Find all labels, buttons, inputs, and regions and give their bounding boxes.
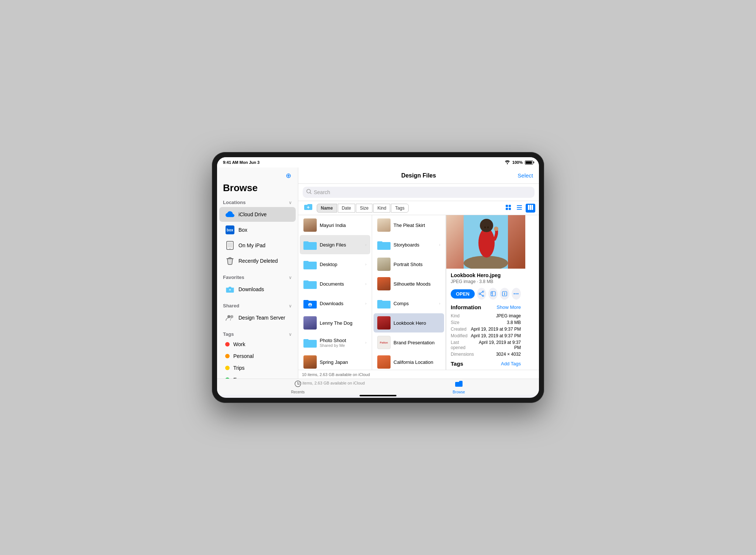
column-view-button[interactable] <box>526 204 535 213</box>
list-item[interactable]: Portrait Shots <box>374 255 444 274</box>
svg-point-40 <box>484 227 486 228</box>
svg-rect-23 <box>303 280 309 283</box>
svg-rect-12 <box>517 205 522 206</box>
more-button[interactable]: ⊕ <box>283 170 293 181</box>
file-name: Lookbook Hero <box>394 320 440 326</box>
browse-icon <box>455 380 463 389</box>
list-item[interactable]: Desktop › <box>300 255 370 274</box>
file-name: Downloads <box>320 301 362 306</box>
grid-view-button[interactable] <box>504 204 513 213</box>
file-subtitle: Shared by Me <box>320 343 362 348</box>
sidebar-item-box[interactable]: box Box <box>219 223 296 237</box>
info-title: Information <box>451 304 481 310</box>
add-tags-button[interactable]: Add Tags <box>501 361 521 366</box>
sidebar-item-design-team[interactable]: Design Team Server <box>219 310 296 325</box>
list-item[interactable]: Spring Japan <box>300 352 370 370</box>
info-button[interactable] <box>500 288 509 300</box>
toolbar: Name Date Size Kind Tags <box>298 201 539 215</box>
tags-title: Tags <box>451 361 463 367</box>
info-row-opened: Last opened April 19, 2019 at 9:37 PM <box>451 340 521 350</box>
battery-icon <box>525 161 533 165</box>
svg-point-3 <box>230 248 230 249</box>
info-value: April 19, 2019 at 9:37 PM <box>471 333 521 338</box>
home-indicator <box>360 395 396 396</box>
file-thumbnail <box>377 218 391 232</box>
info-value: 3.8 MB <box>507 320 521 325</box>
file-name: Photo Shoot <box>320 338 362 343</box>
file-thumbnail: Patton <box>377 336 391 349</box>
svg-rect-46 <box>491 292 495 296</box>
trips-label: Trips <box>233 365 245 371</box>
svg-rect-19 <box>303 241 309 244</box>
sidebar-item-deleted[interactable]: Recently Deleted <box>219 254 296 268</box>
sidebar-item-trips[interactable]: Trips <box>219 362 296 373</box>
list-item[interactable]: Lookbook Hero <box>374 313 444 332</box>
list-item[interactable]: Design Files › <box>300 235 370 254</box>
box-label: Box <box>238 227 247 233</box>
select-button[interactable]: Select <box>518 172 533 179</box>
list-item[interactable]: Silhouette Moods <box>374 274 444 293</box>
sidebar-item-expenses[interactable]: Expenses <box>219 374 296 379</box>
sort-name[interactable]: Name <box>317 204 337 213</box>
search-bar <box>298 184 539 201</box>
svg-point-44 <box>479 293 480 294</box>
show-more-button[interactable]: Show More <box>496 304 521 310</box>
file-name: Design Files <box>320 242 362 248</box>
list-item[interactable]: Lenny The Dog <box>300 313 370 332</box>
window-button[interactable] <box>488 288 498 300</box>
list-item[interactable]: Mayuri India <box>300 216 370 235</box>
info-row-created: Created April 19, 2019 at 9:37 PM <box>451 327 521 332</box>
list-item[interactable]: Comps › <box>374 294 444 313</box>
list-item[interactable]: Downloads › <box>300 294 370 313</box>
sort-date[interactable]: Date <box>338 204 355 213</box>
sidebar-item-personal[interactable]: Personal <box>219 351 296 362</box>
ipad-label: On My iPad <box>238 242 265 248</box>
open-button[interactable]: OPEN <box>451 289 475 299</box>
main-title: Design Files <box>401 172 436 179</box>
list-item[interactable]: Patton Brand Presentation <box>374 333 444 352</box>
info-value: 3024 × 4032 <box>496 352 521 357</box>
locations-label: Locations <box>223 200 245 205</box>
sidebar-item-downloads[interactable]: Downloads <box>219 282 296 297</box>
sidebar-item-icloud[interactable]: iCloud Drive <box>219 207 296 222</box>
list-item[interactable]: Photo Shoot Shared by Me › <box>300 333 370 352</box>
folder-thumbnail <box>303 277 317 290</box>
file-name: Documents <box>320 281 362 287</box>
list-item[interactable]: California Location <box>374 352 444 370</box>
list-view-button[interactable] <box>515 204 524 213</box>
view-controls <box>504 204 535 213</box>
shared-section-header: Shared ∨ <box>217 300 298 310</box>
sort-kind[interactable]: Kind <box>373 204 390 213</box>
file-name: Storyboards <box>394 242 436 248</box>
tab-browse[interactable]: Browse <box>445 379 472 396</box>
sort-size[interactable]: Size <box>356 204 372 213</box>
search-input[interactable] <box>314 189 531 195</box>
folder-thumbnail <box>303 258 317 271</box>
sidebar-item-ipad[interactable]: On My iPad <box>219 238 296 253</box>
chevron-right-icon: › <box>365 301 367 306</box>
svg-rect-28 <box>303 339 309 342</box>
detail-filesize: JPEG image · 3.8 MB <box>451 279 521 284</box>
browse-tab-label: Browse <box>453 390 465 394</box>
new-folder-button[interactable] <box>302 203 315 213</box>
file-thumbnail <box>303 218 317 232</box>
list-item[interactable]: The Pleat Skirt <box>374 216 444 235</box>
list-item[interactable]: Documents › <box>300 274 370 293</box>
favorites-chevron: ∨ <box>289 275 292 280</box>
wifi-icon <box>505 160 510 165</box>
svg-rect-15 <box>528 205 529 210</box>
footer-text: 10 items, 2.63 GB available on iCloud <box>302 372 370 377</box>
browse-title: Browse <box>217 182 298 197</box>
info-key: Size <box>451 320 459 325</box>
share-button[interactable] <box>477 288 486 300</box>
more-options-button[interactable] <box>512 288 521 300</box>
list-item[interactable]: Storyboards › <box>374 235 444 254</box>
sort-tags[interactable]: Tags <box>391 204 408 213</box>
file-thumbnail <box>377 258 391 271</box>
svg-rect-21 <box>303 261 309 263</box>
favorites-label: Favorites <box>223 275 244 280</box>
svg-point-43 <box>482 291 484 292</box>
box-icon: box <box>225 225 235 235</box>
detail-panel: Lookbook Hero.jpeg JPEG image · 3.8 MB O… <box>446 215 525 370</box>
sidebar-item-work[interactable]: Work <box>219 339 296 350</box>
